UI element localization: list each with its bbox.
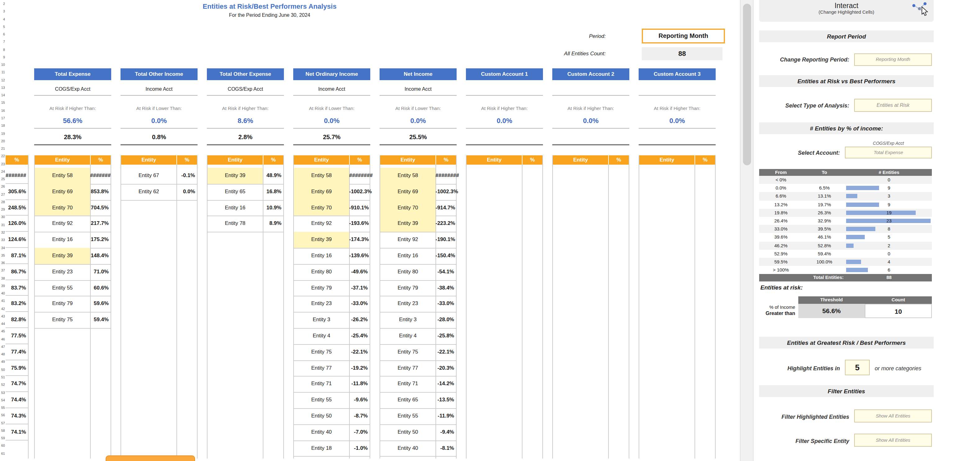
- percent-cell[interactable]: -33.0%: [349, 296, 370, 312]
- percent-cell[interactable]: [177, 280, 197, 296]
- percent-cell[interactable]: 8.9%: [263, 216, 283, 232]
- entity-cell[interactable]: [639, 424, 695, 440]
- entity-cell[interactable]: [121, 264, 177, 280]
- entity-cell[interactable]: [466, 216, 522, 232]
- percent-cell[interactable]: [177, 312, 197, 328]
- entity-cell[interactable]: [207, 312, 263, 328]
- percent-cell[interactable]: [177, 200, 197, 216]
- percent-cell[interactable]: 217.7%: [90, 216, 111, 232]
- percent-cell[interactable]: [90, 440, 111, 456]
- percent-cell[interactable]: [522, 312, 542, 328]
- percent-cell[interactable]: -150.4%: [436, 248, 456, 264]
- percent-cell[interactable]: [522, 168, 542, 184]
- percent-cell[interactable]: [177, 440, 197, 456]
- entity-cell[interactable]: [121, 344, 177, 360]
- entity-cell[interactable]: [639, 184, 695, 200]
- percent-cell[interactable]: [695, 440, 715, 456]
- percent-cell[interactable]: [695, 248, 715, 264]
- percent-cell[interactable]: [608, 328, 629, 344]
- left-percent-cell[interactable]: 74.7%: [6, 376, 28, 393]
- entity-cell[interactable]: [466, 296, 522, 312]
- percent-cell[interactable]: [695, 184, 715, 200]
- entity-cell[interactable]: Entity 55: [294, 392, 349, 408]
- percent-cell[interactable]: -1.0%: [349, 440, 370, 456]
- percent-cell[interactable]: [522, 440, 542, 456]
- entity-cell[interactable]: [121, 296, 177, 312]
- entity-cell[interactable]: [553, 344, 608, 360]
- entity-cell[interactable]: [207, 248, 263, 264]
- entity-cell[interactable]: [466, 184, 522, 200]
- entity-cell[interactable]: Entity 58: [294, 168, 349, 184]
- percent-cell[interactable]: -28.0%: [436, 312, 456, 328]
- entity-cell[interactable]: Entity 39: [207, 168, 263, 184]
- percent-cell[interactable]: [90, 360, 111, 376]
- entity-cell[interactable]: Entity 71: [294, 376, 349, 393]
- entity-cell[interactable]: Entity 16: [207, 200, 263, 216]
- entity-cell[interactable]: [553, 264, 608, 280]
- percent-cell[interactable]: 0.0%: [177, 184, 197, 200]
- entity-cell[interactable]: Entity 69: [294, 184, 349, 200]
- entity-cell[interactable]: [466, 344, 522, 360]
- left-percent-cell[interactable]: 74.3%: [6, 408, 28, 424]
- percent-cell[interactable]: 16.8%: [263, 184, 283, 200]
- entity-cell[interactable]: [553, 328, 608, 344]
- percent-cell[interactable]: [608, 200, 629, 216]
- entity-cell[interactable]: [639, 200, 695, 216]
- entity-cell[interactable]: Entity 23: [380, 296, 436, 312]
- percent-cell[interactable]: [522, 424, 542, 440]
- entity-cell[interactable]: Entity 67: [121, 168, 177, 184]
- percent-cell[interactable]: [608, 168, 629, 184]
- percent-cell[interactable]: [177, 424, 197, 440]
- percent-cell[interactable]: [90, 424, 111, 440]
- percent-cell[interactable]: [177, 264, 197, 280]
- bottom-tab[interactable]: [106, 455, 195, 461]
- percent-cell[interactable]: [695, 296, 715, 312]
- percent-cell[interactable]: -1002.3%: [436, 184, 456, 200]
- left-percent-cell[interactable]: 248.5%: [6, 200, 28, 216]
- entity-cell[interactable]: Entity 69: [35, 184, 90, 200]
- entity-cell[interactable]: [121, 360, 177, 376]
- percent-cell[interactable]: -8.1%: [436, 440, 456, 456]
- analysis-type-input[interactable]: Entities at Risk: [854, 99, 932, 112]
- percent-cell[interactable]: -25.4%: [349, 328, 370, 344]
- entity-cell[interactable]: [466, 328, 522, 344]
- percent-cell[interactable]: [90, 344, 111, 360]
- percent-cell[interactable]: [90, 328, 111, 344]
- percent-cell[interactable]: [608, 184, 629, 200]
- entity-cell[interactable]: [466, 280, 522, 296]
- percent-cell[interactable]: 59.4%: [90, 312, 111, 328]
- entity-cell[interactable]: [553, 408, 608, 424]
- entity-cell[interactable]: [553, 440, 608, 456]
- entity-cell[interactable]: [121, 200, 177, 216]
- group-risk-threshold[interactable]: 0.0%: [121, 113, 197, 129]
- percent-cell[interactable]: [177, 232, 197, 248]
- percent-cell[interactable]: [177, 344, 197, 360]
- percent-cell[interactable]: [263, 392, 283, 408]
- percent-cell[interactable]: -190.1%: [436, 232, 456, 248]
- entity-cell[interactable]: Entity 23: [294, 296, 349, 312]
- entity-cell[interactable]: Entity 50: [380, 424, 436, 440]
- filter-specific-input[interactable]: Show All Entities: [854, 434, 932, 447]
- entity-cell[interactable]: [35, 424, 90, 440]
- percent-cell[interactable]: [522, 360, 542, 376]
- percent-cell[interactable]: [263, 408, 283, 424]
- select-account-input[interactable]: Total Expense: [845, 146, 932, 159]
- entity-cell[interactable]: [207, 328, 263, 344]
- percent-cell[interactable]: -910.1%: [349, 200, 370, 216]
- percent-cell[interactable]: 71.0%: [90, 264, 111, 280]
- entity-cell[interactable]: [121, 216, 177, 232]
- percent-cell[interactable]: [695, 376, 715, 393]
- entity-cell[interactable]: [121, 440, 177, 456]
- group-risk-threshold[interactable]: 0.0%: [380, 113, 457, 129]
- entity-cell[interactable]: Entity 58: [380, 168, 436, 184]
- entity-cell[interactable]: Entity 62: [121, 184, 177, 200]
- left-percent-cell[interactable]: 82.8%: [6, 312, 28, 328]
- entity-cell[interactable]: [207, 264, 263, 280]
- entity-cell[interactable]: [466, 232, 522, 248]
- entity-cell[interactable]: [639, 344, 695, 360]
- percent-cell[interactable]: [695, 328, 715, 344]
- entity-cell[interactable]: [121, 392, 177, 408]
- percent-cell[interactable]: [263, 360, 283, 376]
- entity-cell[interactable]: [553, 312, 608, 328]
- percent-cell[interactable]: -139.6%: [349, 248, 370, 264]
